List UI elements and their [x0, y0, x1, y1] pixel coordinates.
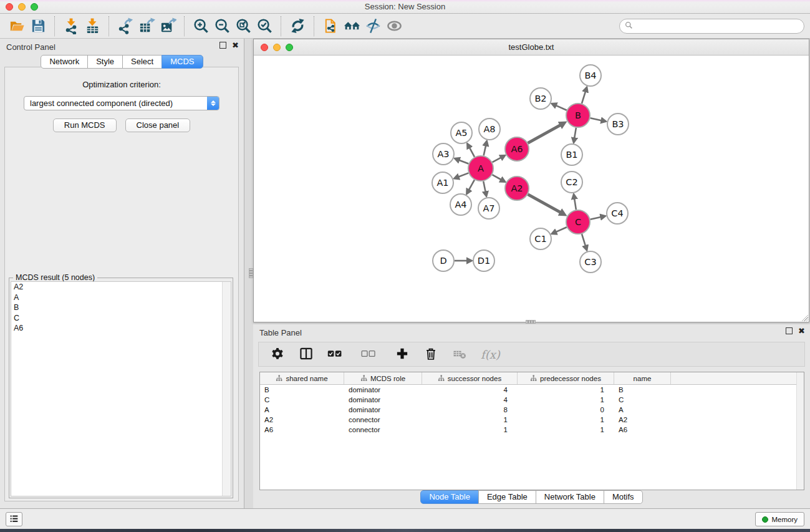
gear-button[interactable]: [270, 346, 286, 362]
result-list-scrollbar[interactable]: [222, 282, 231, 496]
column-header-shared-name[interactable]: shared name: [260, 372, 344, 384]
edge-A-A3[interactable]: [459, 160, 468, 164]
cell-mcds-role[interactable]: connector: [344, 415, 422, 425]
result-list-item[interactable]: B: [11, 302, 231, 313]
cell-predecessor-nodes[interactable]: 1: [518, 385, 614, 395]
cell-successor-nodes[interactable]: 8: [422, 405, 518, 415]
graph-node-D[interactable]: D: [433, 250, 454, 271]
graph-node-B1[interactable]: B1: [561, 144, 582, 165]
graph-node-A4[interactable]: A4: [450, 194, 471, 215]
edge-B-B4[interactable]: [582, 92, 586, 104]
column-header-name[interactable]: name: [614, 372, 671, 384]
cell-shared-name[interactable]: A: [260, 405, 344, 415]
column-header-successor-nodes[interactable]: successor nodes: [422, 372, 518, 384]
show-graphics-details-button[interactable]: [383, 16, 405, 36]
cell-successor-nodes[interactable]: 1: [422, 415, 518, 425]
run-mcds-button[interactable]: Run MCDS: [53, 118, 117, 132]
cell-predecessor-nodes[interactable]: 0: [518, 405, 614, 415]
trash-button[interactable]: [423, 346, 440, 362]
task-history-button[interactable]: [6, 512, 22, 526]
graph-node-C3[interactable]: C3: [580, 251, 601, 273]
network-window-titlebar[interactable]: testGlobe.txt: [254, 39, 809, 56]
zoom-out-button[interactable]: [211, 16, 233, 36]
function-builder-button[interactable]: f(x): [481, 348, 500, 361]
cell-name[interactable]: A: [614, 405, 671, 415]
search-input[interactable]: [635, 22, 799, 31]
cell-shared-name[interactable]: A2: [260, 415, 344, 425]
columns-button[interactable]: [299, 346, 315, 362]
export-network-button[interactable]: [115, 16, 136, 36]
resize-grip-icon[interactable]: [800, 313, 808, 321]
table-row[interactable]: Cdominator41C: [260, 395, 804, 405]
delete-table-button[interactable]: [452, 346, 468, 362]
tab-edge-table[interactable]: Edge Table: [478, 490, 536, 504]
edge-A-A2[interactable]: [492, 175, 501, 180]
zoom-fit-button[interactable]: [233, 16, 254, 36]
graph-node-C1[interactable]: C1: [530, 228, 551, 249]
graph-node-A6[interactable]: A6: [505, 137, 529, 161]
zoom-in-button[interactable]: [190, 16, 211, 36]
edge-A-A4[interactable]: [469, 180, 475, 190]
graph-node-A8[interactable]: A8: [479, 118, 500, 140]
cell-shared-name[interactable]: A6: [260, 425, 344, 435]
vertical-splitter-grip[interactable]: [249, 268, 253, 278]
graph-node-D1[interactable]: D1: [473, 250, 494, 271]
hide-graphics-details-button[interactable]: [362, 16, 383, 36]
cell-shared-name[interactable]: C: [260, 395, 344, 405]
network-canvas[interactable]: B4B2BB3A5A8A6A3B1AA1C2A2A4A7C4CC1C3DD1: [254, 56, 809, 322]
table-row[interactable]: A6connector11A6: [260, 425, 804, 435]
edge-A-A1[interactable]: [458, 173, 468, 177]
tab-mcds[interactable]: MCDS: [162, 55, 203, 69]
edge-B-B3[interactable]: [591, 118, 602, 120]
search-box[interactable]: [619, 19, 804, 34]
result-list-item[interactable]: C: [11, 313, 231, 324]
cell-name[interactable]: A6: [614, 425, 671, 435]
zoom-selected-button[interactable]: [254, 16, 275, 36]
column-header-mcds-role[interactable]: MCDS role: [344, 372, 422, 384]
close-table-panel-icon[interactable]: ✖: [798, 327, 805, 334]
cell-predecessor-nodes[interactable]: 1: [518, 415, 614, 425]
first-neighbors-button[interactable]: [341, 16, 362, 36]
tab-node-table[interactable]: Node Table: [420, 490, 479, 504]
edge-C-C1[interactable]: [556, 227, 567, 232]
edge-B-B2[interactable]: [556, 105, 567, 110]
graph-node-C4[interactable]: C4: [607, 203, 628, 224]
export-table-button[interactable]: [136, 16, 157, 36]
cell-mcds-role[interactable]: dominator: [344, 385, 422, 395]
cell-shared-name[interactable]: B: [260, 385, 344, 395]
cell-name[interactable]: C: [614, 395, 671, 405]
graph-node-C2[interactable]: C2: [561, 172, 582, 193]
tab-network[interactable]: Network: [41, 55, 88, 69]
tab-select[interactable]: Select: [122, 55, 162, 69]
mcds-result-list[interactable]: A2ABCA6: [11, 281, 231, 496]
tab-network-table[interactable]: Network Table: [536, 490, 604, 504]
close-panel-button[interactable]: Close panel: [125, 118, 191, 132]
cell-mcds-role[interactable]: dominator: [344, 395, 422, 405]
edge-A2-C[interactable]: [528, 195, 561, 213]
cell-predecessor-nodes[interactable]: 1: [518, 425, 614, 435]
cell-name[interactable]: A2: [614, 415, 671, 425]
deselect-all-button[interactable]: [361, 346, 382, 362]
table-row[interactable]: Adominator80A: [260, 405, 804, 415]
column-header-predecessor-nodes[interactable]: predecessor nodes: [518, 372, 614, 384]
result-list-item[interactable]: A: [11, 293, 231, 303]
open-session-button[interactable]: [6, 16, 27, 36]
edge-B-B1[interactable]: [574, 128, 576, 138]
table-row[interactable]: A2connector11A2: [260, 415, 804, 425]
cell-mcds-role[interactable]: dominator: [344, 405, 422, 415]
graph-node-A3[interactable]: A3: [433, 143, 454, 165]
select-all-button[interactable]: [327, 346, 349, 362]
graph-node-A5[interactable]: A5: [451, 122, 472, 143]
network-graph[interactable]: B4B2BB3A5A8A6A3B1AA1C2A2A4A7C4CC1C3DD1: [254, 56, 809, 322]
table-row[interactable]: Bdominator41B: [260, 385, 804, 395]
graph-node-B3[interactable]: B3: [607, 114, 629, 135]
graph-node-B[interactable]: B: [566, 104, 590, 127]
edge-A-A6[interactable]: [493, 158, 501, 162]
save-session-button[interactable]: [27, 16, 49, 36]
optimization-criterion-dropdown[interactable]: largest connected component (directed): [24, 96, 219, 110]
cell-predecessor-nodes[interactable]: 1: [518, 395, 614, 405]
export-image-button[interactable]: [157, 16, 178, 36]
cell-name[interactable]: B: [614, 385, 671, 395]
cell-successor-nodes[interactable]: 1: [422, 425, 518, 435]
memory-button[interactable]: Memory: [755, 512, 804, 526]
